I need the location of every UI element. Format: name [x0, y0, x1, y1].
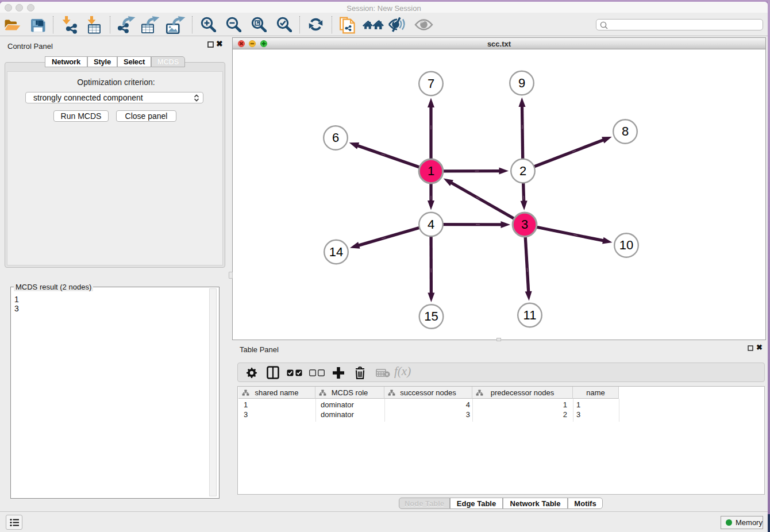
svg-text:10: 10: [619, 238, 633, 252]
svg-text:2: 2: [519, 164, 526, 178]
svg-text:9: 9: [518, 76, 525, 90]
svg-text:1: 1: [428, 164, 434, 178]
svg-text:8: 8: [622, 124, 629, 138]
svg-text:11: 11: [523, 308, 537, 322]
svg-text:3: 3: [521, 217, 528, 232]
svg-text:15: 15: [424, 309, 438, 323]
svg-text:4: 4: [428, 217, 434, 232]
svg-text:7: 7: [428, 76, 434, 91]
svg-text:6: 6: [332, 130, 339, 145]
svg-text:14: 14: [329, 245, 343, 259]
